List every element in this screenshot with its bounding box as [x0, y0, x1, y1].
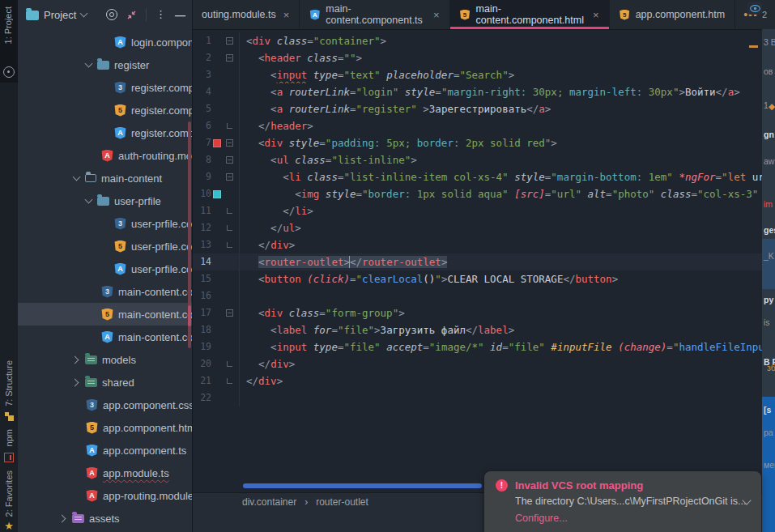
breadcrumb-item[interactable]: div.container	[242, 496, 296, 532]
tree-folder[interactable]: register	[18, 53, 192, 76]
code-text: </ul>	[240, 219, 762, 236]
tree-item-label: register	[114, 59, 149, 71]
code-line[interactable]: 20 </div>	[192, 355, 762, 372]
code-line[interactable]: 19 <input type="file" accept="image/*" i…	[192, 338, 762, 355]
chevron-collapsed-icon[interactable]	[71, 378, 79, 386]
tool-window-tab-favorites[interactable]: 2: Favorites ★	[4, 470, 14, 530]
tree-item[interactable]: Amain-content.component.ts	[18, 326, 192, 348]
code-line[interactable]: 5 <a routerLink="register" >Зарегестриро…	[192, 100, 762, 117]
tool-window-tab-npm[interactable]: npm	[4, 429, 14, 462]
tree-item[interactable]: 3app.component.css	[18, 394, 192, 416]
fold-end-icon[interactable]	[227, 361, 232, 367]
tree-item[interactable]: Aapp.module.ts	[18, 462, 192, 484]
code-line[interactable]: 1<div class="container">	[192, 32, 762, 49]
code-line[interactable]: 12 </ul>	[192, 219, 762, 236]
code-line[interactable]: 18 <label for="file">Загрузить файл</lab…	[192, 321, 762, 338]
hide-panel-icon[interactable]: —	[175, 9, 185, 21]
horizontal-scrollbar[interactable]	[243, 483, 482, 488]
tree-item[interactable]: Aapp-routing.module.ts	[18, 484, 192, 507]
tree-item[interactable]: 3main-content.component.css	[18, 280, 192, 303]
locate-file-icon[interactable]	[106, 9, 117, 20]
highlighting-level-button[interactable]	[747, 2, 762, 15]
close-icon[interactable]: ×	[593, 9, 599, 21]
line-number: 9	[192, 168, 211, 185]
chevron-down-icon[interactable]	[80, 10, 88, 18]
fold-start-icon[interactable]	[226, 173, 233, 181]
chevron-collapsed-icon[interactable]	[71, 355, 79, 364]
tree-folder[interactable]: user-prfile	[18, 189, 192, 212]
close-icon[interactable]: ×	[283, 9, 290, 21]
fold-end-icon[interactable]	[227, 208, 232, 214]
tool-window-label-npm[interactable]: npm	[4, 429, 14, 446]
fold-start-icon[interactable]	[226, 139, 233, 147]
code-line[interactable]: 17 <div class="form-group">	[192, 304, 762, 321]
fold-end-icon[interactable]	[227, 378, 232, 384]
code-line[interactable]: 16	[192, 287, 762, 304]
fold-end-icon[interactable]	[227, 242, 232, 248]
code-line[interactable]: 2 <header class="">	[192, 49, 762, 66]
error-stripe-mark[interactable]	[749, 45, 758, 48]
tree-item[interactable]: 5main-content.component.html	[18, 303, 192, 326]
configure-link[interactable]: Configure...	[515, 513, 568, 524]
code-editor[interactable]: 1<div class="container">2 <header class=…	[192, 29, 762, 515]
tool-window-label-favorites[interactable]: 2: Favorites	[4, 470, 14, 517]
options-menu-icon[interactable]: ⋮	[155, 10, 166, 19]
editor-tab[interactable]: Amain-content.component.ts×	[300, 0, 449, 29]
editor-tab[interactable]: 5app.component.htm	[610, 0, 736, 29]
code-line[interactable]: 10 <img style="border: 1px solid aqua" […	[192, 185, 762, 202]
tree-folder[interactable]: models	[18, 348, 192, 371]
tree-item[interactable]: Aauth-routing.module.ts	[18, 144, 192, 167]
code-line[interactable]: 6 </header>	[192, 117, 762, 134]
tool-window-tab-structure[interactable]: 7: Structure	[4, 360, 14, 421]
chevron-expanded-icon[interactable]	[85, 196, 93, 204]
code-line[interactable]: 22	[192, 389, 762, 406]
code-line[interactable]: 11 </li>	[192, 202, 762, 219]
code-line[interactable]: 7 <div style="padding: 5px; border: 2px …	[192, 134, 762, 151]
tree-folder[interactable]: main-content	[18, 167, 192, 189]
chevron-expanded-icon[interactable]	[73, 173, 81, 181]
editor-tab[interactable]: outing.module.ts×	[192, 0, 300, 29]
tree-item[interactable]: Aapp.component.ts	[18, 439, 192, 462]
tree-item[interactable]: 3user-prfile.component.css	[18, 212, 192, 235]
code-line[interactable]: 8 <ul class="list-inline">	[192, 151, 762, 168]
tree-item[interactable]: Aregister.component.ts	[18, 121, 192, 144]
tree-item[interactable]: 5user-prfile.component.html	[18, 235, 192, 257]
collapse-all-icon[interactable]	[126, 10, 137, 20]
code-line[interactable]: 15 <button (click)="clearLocal()">CLEAR …	[192, 270, 762, 287]
fold-end-icon[interactable]	[227, 225, 232, 231]
breadcrumb-item[interactable]: router-outlet	[316, 496, 368, 532]
tree-item[interactable]: 3register.component.css	[18, 76, 192, 99]
project-tree: Alogin.component.tsregister3register.com…	[18, 31, 192, 530]
tree-folder[interactable]: shared	[18, 371, 192, 394]
tree-item-label: app-routing.module.ts	[103, 490, 192, 502]
tool-window-tab-project[interactable]: 1: Project	[0, 0, 18, 83]
tree-folder[interactable]: assets	[18, 507, 192, 530]
fold-start-icon[interactable]	[226, 37, 233, 45]
close-icon[interactable]: ×	[433, 9, 440, 21]
code-line[interactable]: 13 </div>	[192, 236, 762, 253]
code-line[interactable]: 14 <router-outlet></router-outlet>	[192, 253, 762, 270]
tool-window-label-structure[interactable]: 7: Structure	[4, 360, 14, 406]
tree-item[interactable]: 5app.component.html	[18, 416, 192, 439]
circled-tool-icon[interactable]	[3, 66, 15, 78]
tree-item[interactable]: Auser-prfile.component.ts	[18, 257, 192, 280]
color-swatch[interactable]	[213, 139, 221, 147]
tree-item-label: register.component.ts	[131, 127, 192, 139]
code-line[interactable]: 9 <li class="list-inline-item col-xs-4" …	[192, 168, 762, 185]
fold-start-icon[interactable]	[226, 54, 233, 62]
chevron-expanded-icon[interactable]	[85, 60, 93, 68]
fold-start-icon[interactable]	[226, 156, 233, 164]
tree-item[interactable]: 5register.component.html	[18, 99, 192, 121]
tree-item[interactable]: Alogin.component.ts	[18, 31, 192, 53]
tool-window-label-project[interactable]: 1: Project	[3, 6, 13, 44]
editor-tab[interactable]: 5main-content.component.html×	[450, 0, 610, 29]
code-line[interactable]: 4 <a routerLink="login" style="margin-ri…	[192, 83, 762, 100]
code-line[interactable]: 21</div>	[192, 372, 762, 389]
fold-start-icon[interactable]	[226, 309, 233, 317]
fold-end-icon[interactable]	[227, 123, 232, 129]
chevron-collapsed-icon[interactable]	[58, 514, 66, 522]
line-number: 21	[192, 372, 211, 389]
color-swatch[interactable]	[213, 190, 221, 198]
project-view-selector[interactable]: Project	[44, 9, 76, 21]
code-line[interactable]: 3 <input type="text" placeholder="Search…	[192, 66, 762, 83]
